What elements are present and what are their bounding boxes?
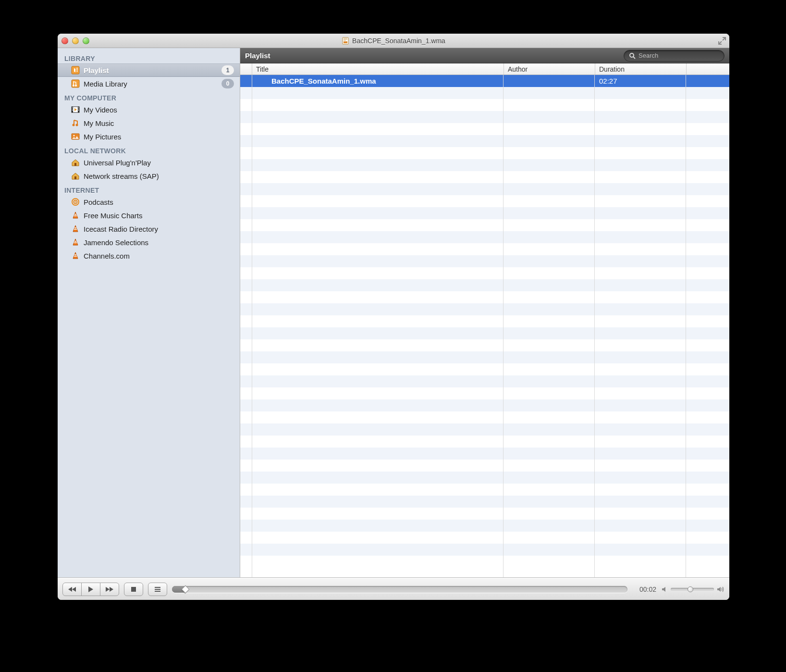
sidebar-section-internet: INTERNET [58, 183, 240, 195]
svg-rect-12 [78, 107, 79, 108]
house-icon [71, 172, 80, 180]
sidebar-item-playlist[interactable]: Playlist 1 [58, 63, 240, 77]
table-row[interactable] [240, 448, 729, 460]
table-row[interactable] [240, 99, 729, 111]
table-row[interactable] [240, 472, 729, 484]
table-row[interactable] [240, 484, 729, 496]
table-row[interactable] [240, 411, 729, 423]
table-row[interactable] [240, 231, 729, 243]
stop-button[interactable] [124, 583, 143, 596]
sidebar-item-sap[interactable]: Network streams (SAP) [58, 169, 240, 183]
table-row[interactable] [240, 183, 729, 195]
main-panel: Playlist Title Author Duration [240, 48, 729, 577]
sidebar-item-label: Icecast Radio Directory [84, 225, 234, 233]
svg-rect-19 [74, 163, 76, 166]
svg-rect-1 [344, 41, 347, 43]
table-row[interactable] [240, 219, 729, 231]
table-row[interactable] [240, 544, 729, 556]
table-row[interactable] [240, 255, 729, 267]
column-headers[interactable]: Title Author Duration [240, 63, 729, 75]
previous-button[interactable] [62, 583, 82, 596]
sidebar-item-my-music[interactable]: My Music [58, 116, 240, 130]
sidebar-item-media-library[interactable]: Media Library 0 [58, 77, 240, 90]
play-button[interactable] [81, 583, 100, 596]
sidebar-item-label: Podcasts [84, 198, 234, 206]
volume-slider[interactable] [671, 588, 714, 591]
table-row[interactable] [240, 387, 729, 399]
cone-icon [71, 251, 80, 260]
table-row[interactable] [240, 399, 729, 411]
sidebar-item-label: Media Library [84, 80, 218, 88]
column-author[interactable]: Author [504, 63, 595, 75]
sidebar-item-channels[interactable]: Channels.com [58, 249, 240, 262]
svg-rect-9 [72, 107, 73, 108]
table-row[interactable] [240, 279, 729, 291]
table-row[interactable] [240, 123, 729, 135]
svg-point-23 [75, 201, 76, 202]
table-row[interactable] [240, 111, 729, 123]
close-window-button[interactable] [61, 37, 68, 44]
playlist-rows[interactable]: BachCPE_SonataAmin_1.wma02:27 [240, 75, 729, 577]
table-row[interactable] [240, 496, 729, 508]
table-row[interactable] [240, 87, 729, 99]
search-input[interactable] [639, 52, 719, 59]
table-row[interactable] [240, 339, 729, 351]
main-header: Playlist [240, 48, 729, 63]
minimize-window-button[interactable] [72, 37, 79, 44]
seek-bar[interactable] [172, 586, 627, 593]
document-icon [342, 37, 349, 45]
sidebar-item-label: Free Music Charts [84, 212, 234, 220]
search-field[interactable] [624, 50, 725, 62]
titlebar[interactable]: BachCPE_SonataAmin_1.wma [58, 34, 729, 48]
sidebar-item-my-pictures[interactable]: My Pictures [58, 130, 240, 143]
sidebar-item-label: My Music [84, 119, 234, 127]
svg-point-16 [76, 124, 78, 126]
sidebar-item-podcasts[interactable]: Podcasts [58, 195, 240, 209]
table-row[interactable] [240, 303, 729, 315]
cell-duration: 02:27 [595, 77, 686, 85]
table-row[interactable] [240, 460, 729, 472]
table-row[interactable] [240, 315, 729, 327]
table-row[interactable] [240, 351, 729, 363]
table-row[interactable] [240, 135, 729, 147]
sidebar-item-icecast[interactable]: Icecast Radio Directory [58, 222, 240, 236]
sidebar-item-my-videos[interactable]: My Videos [58, 103, 240, 116]
volume-knob[interactable] [688, 586, 693, 592]
table-row[interactable] [240, 423, 729, 436]
svg-rect-10 [72, 109, 73, 110]
table-row[interactable] [240, 363, 729, 375]
table-row[interactable] [240, 291, 729, 303]
table-row[interactable] [240, 327, 729, 339]
table-row[interactable] [240, 207, 729, 219]
column-title[interactable]: Title [252, 63, 504, 75]
table-row[interactable] [240, 171, 729, 183]
table-row[interactable] [240, 532, 729, 544]
table-row[interactable] [240, 159, 729, 171]
sidebar-item-jamendo[interactable]: Jamendo Selections [58, 236, 240, 249]
column-extra[interactable] [686, 63, 729, 75]
cell-title: BachCPE_SonataAmin_1.wma [252, 77, 504, 85]
table-row[interactable] [240, 508, 729, 520]
table-row[interactable] [240, 195, 729, 207]
table-row[interactable]: BachCPE_SonataAmin_1.wma02:27 [240, 75, 729, 87]
column-marker[interactable] [240, 63, 252, 75]
cone-icon [71, 238, 80, 247]
sidebar-item-upnp[interactable]: Universal Plug'n'Play [58, 156, 240, 169]
table-row[interactable] [240, 436, 729, 448]
sidebar-item-free-music-charts[interactable]: Free Music Charts [58, 209, 240, 222]
next-button[interactable] [100, 583, 119, 596]
table-row[interactable] [240, 267, 729, 279]
playlist-toggle-button[interactable] [148, 583, 167, 596]
fullscreen-icon[interactable] [718, 37, 726, 45]
table-row[interactable] [240, 520, 729, 532]
table-row[interactable] [240, 147, 729, 159]
window-title: BachCPE_SonataAmin_1.wma [352, 37, 445, 45]
pictures-icon [71, 132, 80, 141]
column-duration[interactable]: Duration [595, 63, 686, 75]
table-row[interactable] [240, 243, 729, 255]
zoom-window-button[interactable] [83, 37, 89, 44]
svg-rect-11 [72, 110, 73, 111]
media-library-count-badge: 0 [221, 79, 234, 88]
svg-point-24 [630, 53, 634, 57]
table-row[interactable] [240, 375, 729, 387]
